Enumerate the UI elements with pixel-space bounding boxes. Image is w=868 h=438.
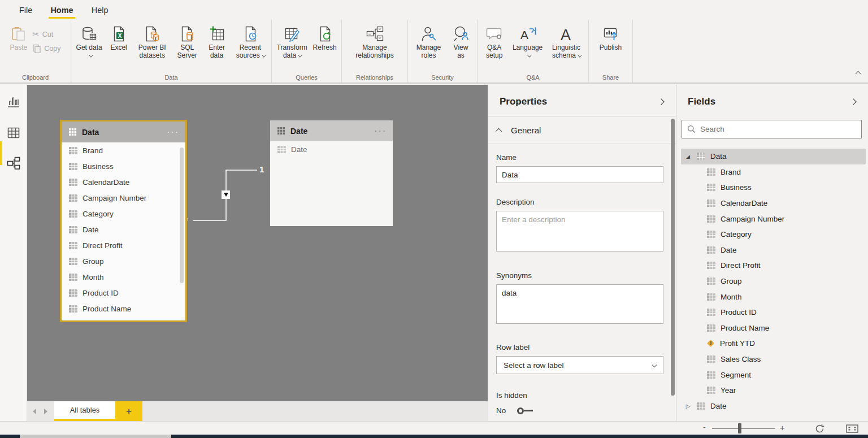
table-grid-icon xyxy=(277,127,285,135)
name-label: Name xyxy=(496,153,663,162)
letter-a-icon: A xyxy=(558,25,575,42)
reset-zoom-icon[interactable] xyxy=(814,423,825,434)
synonyms-field[interactable]: data xyxy=(496,284,663,324)
tab-home[interactable]: Home xyxy=(41,2,82,20)
zoom-slider-handle[interactable] xyxy=(738,423,741,433)
field-tree-item[interactable]: Direct Profit xyxy=(681,258,866,274)
ribbon-group-relationships: Manage relationships Relationships xyxy=(342,20,408,83)
table-field-row[interactable]: Month xyxy=(62,269,185,285)
all-tables-tab[interactable]: All tables xyxy=(54,401,115,421)
dropdown-chevron-icon xyxy=(298,54,302,58)
dropdown-chevron-icon xyxy=(527,54,531,58)
field-tree-item[interactable]: Profit YTD xyxy=(681,336,866,352)
tab-scroll-right-icon[interactable] xyxy=(44,409,47,414)
collapse-panel-icon[interactable] xyxy=(850,98,856,105)
ribbon: Paste ✂ Cut Copy Clipboard xyxy=(0,20,868,84)
search-icon xyxy=(687,125,696,133)
table-field-row[interactable]: Date xyxy=(62,222,185,237)
table-title: Data xyxy=(82,128,162,137)
field-tree-item[interactable]: Date xyxy=(681,242,866,258)
file-database-icon xyxy=(144,25,160,42)
taskbar-edge xyxy=(0,435,868,438)
field-grid-icon xyxy=(707,231,715,238)
more-options-button[interactable]: ··· xyxy=(167,128,180,136)
report-view-button[interactable] xyxy=(0,89,27,115)
fields-search-box[interactable] xyxy=(682,120,862,138)
field-tree-item[interactable]: Segment xyxy=(681,367,866,383)
table-field-row[interactable]: Brand xyxy=(62,142,185,158)
field-grid-icon xyxy=(707,262,715,269)
field-grid-icon xyxy=(707,324,715,332)
field-tree-item[interactable]: Date xyxy=(681,398,866,414)
properties-scrollbar[interactable] xyxy=(671,119,675,396)
field-tree-item[interactable]: Month xyxy=(681,289,866,305)
data-view-button[interactable] xyxy=(0,120,27,146)
field-tree-item[interactable]: Year xyxy=(681,383,866,398)
table-card-scrollbar[interactable] xyxy=(180,148,184,283)
field-tree-item[interactable]: Category xyxy=(681,227,866,242)
group-label-data: Data xyxy=(71,74,271,81)
table-field-row[interactable]: Product ID xyxy=(62,285,185,301)
app-menu-bar: File Home Help xyxy=(0,0,868,20)
search-input[interactable] xyxy=(700,125,856,133)
name-field[interactable] xyxy=(496,166,663,183)
group-label-queries: Queries xyxy=(272,74,341,81)
table-field-row[interactable]: Sales Class xyxy=(62,316,185,320)
model-view-button[interactable] xyxy=(0,150,27,176)
zoom-slider[interactable] xyxy=(712,428,775,429)
ribbon-group-security: Manage roles View as Security xyxy=(408,20,478,83)
page-tab-strip: All tables + xyxy=(27,401,488,421)
table-field-row[interactable]: Date xyxy=(270,141,393,157)
general-section-header[interactable]: General xyxy=(488,117,676,144)
group-label-share: Share xyxy=(589,74,632,81)
svg-text:X: X xyxy=(118,33,122,39)
tree-caret-icon[interactable] xyxy=(684,154,692,159)
tree-caret-icon[interactable] xyxy=(684,403,692,409)
collapse-ribbon-button[interactable] xyxy=(856,68,860,78)
table-card-date[interactable]: Date ··· Date xyxy=(270,120,393,226)
field-tree-item[interactable]: Product Name xyxy=(681,320,866,336)
translate-icon: A xyxy=(519,25,536,42)
dropdown-chevron-icon xyxy=(89,54,93,58)
field-tree-item[interactable]: CalendarDate xyxy=(681,196,866,211)
table-field-row[interactable]: Product Name xyxy=(62,301,185,316)
description-field[interactable] xyxy=(496,211,663,251)
svg-text:A: A xyxy=(561,27,571,42)
table-field-row[interactable]: Business xyxy=(62,158,185,174)
field-grid-icon xyxy=(707,200,715,207)
tab-scroll-left-icon[interactable] xyxy=(33,409,36,414)
field-tree-item[interactable]: Campaign Number xyxy=(681,211,866,227)
field-tree-item[interactable]: Product ID xyxy=(681,305,866,320)
dropdown-chevron-icon xyxy=(578,54,581,58)
field-tree-item[interactable]: Business xyxy=(681,180,866,196)
field-tree-item[interactable]: Data xyxy=(681,149,866,164)
table-card-data[interactable]: Data ··· Brand xyxy=(60,120,187,322)
group-label-clipboard: Clipboard xyxy=(0,74,71,81)
zoom-in-button[interactable]: + xyxy=(780,423,785,432)
chevron-up-icon xyxy=(856,71,861,77)
field-tree-item[interactable]: Sales Class xyxy=(681,352,866,367)
table-field-row[interactable]: Category xyxy=(62,206,185,222)
more-options-button[interactable]: ··· xyxy=(375,127,387,135)
add-layout-button[interactable]: + xyxy=(115,401,142,421)
copy-pages-icon xyxy=(32,44,41,53)
tab-help[interactable]: Help xyxy=(83,2,118,20)
table-field-row[interactable]: Direct Profit xyxy=(62,237,185,253)
copy-button[interactable]: Copy xyxy=(32,44,60,53)
status-bar: - + xyxy=(0,421,868,435)
field-grid-icon xyxy=(69,226,77,233)
table-field-row[interactable]: CalendarDate xyxy=(62,174,185,190)
table-field-row[interactable]: Campaign Number xyxy=(62,190,185,206)
is-hidden-toggle[interactable] xyxy=(517,407,533,414)
tab-file[interactable]: File xyxy=(10,2,41,20)
zoom-out-button[interactable]: - xyxy=(703,422,706,432)
cut-button[interactable]: ✂ Cut xyxy=(32,29,60,40)
field-grid-icon xyxy=(707,387,715,394)
collapse-panel-icon[interactable] xyxy=(658,98,664,105)
fit-to-screen-icon[interactable] xyxy=(846,424,858,433)
file-clock-icon xyxy=(242,25,259,42)
table-field-row[interactable]: Group xyxy=(62,253,185,269)
field-tree-item[interactable]: Group xyxy=(681,274,866,289)
row-label-dropdown[interactable]: Select a row label xyxy=(496,356,663,374)
field-tree-item[interactable]: Brand xyxy=(681,164,866,180)
